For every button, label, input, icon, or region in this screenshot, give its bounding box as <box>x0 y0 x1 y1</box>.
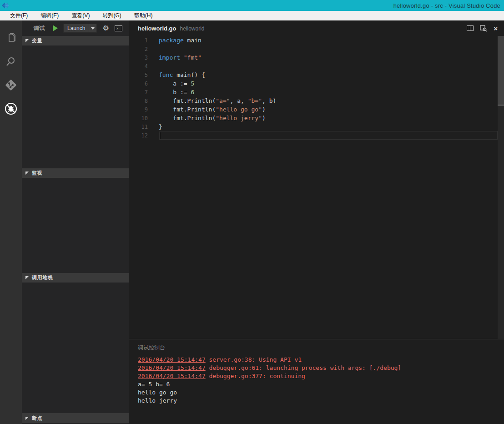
start-debugging-icon[interactable] <box>53 25 58 31</box>
line-number[interactable]: 7 <box>129 89 159 96</box>
line-number[interactable]: 6 <box>129 81 159 87</box>
menu-item-v[interactable]: 查看(V) <box>65 12 96 20</box>
preview-search-icon[interactable] <box>480 25 487 32</box>
editor-title-bar: helloworld.go helloworld × <box>129 20 504 36</box>
code-text: package main <box>159 36 498 45</box>
debug-console-panel: 调试控制台 2016/04/20 15:14:47 server.go:38: … <box>129 339 504 424</box>
line-number[interactable]: 11 <box>129 124 159 130</box>
code-line: 9 fmt.Println("hello go go") <box>129 105 504 114</box>
twistie-expanded-icon <box>25 276 29 279</box>
debug-sidebar: 调试 Launch ⚙ › 变量 监视 调用堆栈 <box>22 20 129 424</box>
code-line: 5func main() { <box>129 71 504 79</box>
line-number[interactable]: 3 <box>129 55 159 61</box>
code-text <box>159 45 498 53</box>
source-control-git-icon[interactable] <box>0 73 22 97</box>
line-number[interactable]: 2 <box>129 46 159 52</box>
line-number[interactable]: 1 <box>129 37 159 44</box>
menu-item-e[interactable]: 编辑(E) <box>34 12 65 20</box>
twistie-expanded-icon <box>25 417 29 420</box>
open-debug-console-icon[interactable]: › <box>115 25 122 31</box>
watch-pane <box>22 178 129 273</box>
code-editor[interactable]: 1package main23import "fmt"45func main()… <box>129 36 504 339</box>
menu-item-h[interactable]: 帮助(H) <box>128 12 159 20</box>
console-line: a= 5 b= 6 <box>138 380 504 389</box>
split-editor-icon[interactable] <box>467 25 474 31</box>
activity-bar <box>0 20 22 424</box>
sidebar-title: 调试 <box>34 25 45 32</box>
code-line: 11} <box>129 122 504 131</box>
debug-no-bug-icon[interactable] <box>0 97 22 121</box>
line-number[interactable]: 8 <box>129 98 159 104</box>
vscode-window: helloworld.go - src - Visual Studio Code… <box>0 0 504 424</box>
code-line: 12 <box>129 131 504 140</box>
line-number[interactable]: 12 <box>129 132 159 139</box>
log-timestamp-link[interactable]: 2016/04/20 15:14:47 <box>138 364 206 371</box>
code-text: import "fmt" <box>159 53 498 62</box>
chevron-down-icon <box>89 24 96 32</box>
code-line: 6 a := 5 <box>129 79 504 88</box>
title-bar: helloworld.go - src - Visual Studio Code <box>0 0 504 11</box>
code-text: fmt.Println("a=", a, "b=", b) <box>159 96 498 105</box>
code-line: 1package main <box>129 36 504 45</box>
code-line: 7 b := 6 <box>129 88 504 96</box>
workbench: 调试 Launch ⚙ › 变量 监视 调用堆栈 <box>0 20 504 424</box>
console-line: 2016/04/20 15:14:47 server.go:38: Using … <box>138 356 504 364</box>
line-number[interactable]: 4 <box>129 63 159 70</box>
line-number[interactable]: 10 <box>129 115 159 121</box>
code-line: 3import "fmt" <box>129 53 504 62</box>
code-text <box>159 131 498 140</box>
code-text: a := 5 <box>159 79 498 88</box>
menu-item-g[interactable]: 转到(G) <box>96 12 127 20</box>
console-line: 2016/04/20 15:14:47 debugger.go:377: con… <box>138 372 504 380</box>
log-timestamp-link[interactable]: 2016/04/20 15:14:47 <box>138 356 206 363</box>
console-line: hello go go <box>138 389 504 397</box>
vscode-logo-icon <box>1 1 10 10</box>
tab-folder: helloworld <box>180 25 205 32</box>
log-timestamp-link[interactable]: 2016/04/20 15:14:47 <box>138 373 206 379</box>
code-line: 2 <box>129 45 504 53</box>
code-line: 8 fmt.Println("a=", a, "b=", b) <box>129 96 504 105</box>
text-cursor <box>160 132 160 139</box>
editor-actions: × <box>467 25 498 32</box>
launch-config-label: Launch <box>64 25 89 31</box>
console-line: hello jerry <box>138 397 504 405</box>
code-text: fmt.Println("hello go go") <box>159 105 498 114</box>
editor-area: helloworld.go helloworld × <box>129 20 504 424</box>
code-text: b := 6 <box>159 88 498 96</box>
code-text: fmt.Println("hello jerry") <box>159 114 498 122</box>
scrollbar-thumb[interactable] <box>498 36 504 106</box>
close-icon[interactable]: × <box>494 25 498 32</box>
search-icon[interactable] <box>0 50 22 73</box>
code-line: 4 <box>129 62 504 71</box>
section-header-variables[interactable]: 变量 <box>22 36 129 45</box>
debug-toolbar: 调试 Launch ⚙ › <box>22 20 129 36</box>
debug-console-title: 调试控制台 <box>138 344 504 352</box>
code-text: func main() { <box>159 71 498 79</box>
menu-bar: 文件(F)编辑(E)查看(V)转到(G)帮助(H) <box>0 11 504 20</box>
tab-filename: helloworld.go <box>138 25 176 32</box>
twistie-expanded-icon <box>25 172 29 175</box>
configure-launch-icon[interactable]: ⚙ <box>102 25 109 32</box>
code-text: } <box>159 122 498 131</box>
section-header-breakpoints[interactable]: 断点 <box>22 413 129 423</box>
callstack-pane <box>22 283 129 413</box>
explorer-files-icon[interactable] <box>0 26 22 50</box>
code-text <box>159 62 498 71</box>
variables-pane <box>22 45 129 168</box>
line-number[interactable]: 5 <box>129 72 159 78</box>
twistie-expanded-icon <box>25 39 29 42</box>
launch-config-dropdown[interactable]: Launch <box>63 24 97 33</box>
code-line: 10 fmt.Println("hello jerry") <box>129 114 504 122</box>
section-header-watch[interactable]: 监视 <box>22 168 129 178</box>
tab-helloworld-go[interactable]: helloworld.go helloworld <box>138 25 205 32</box>
window-title: helloworld.go - src - Visual Studio Code <box>393 2 500 9</box>
line-number[interactable]: 9 <box>129 106 159 113</box>
section-header-callstack[interactable]: 调用堆栈 <box>22 273 129 283</box>
editor-scrollbar <box>498 36 504 339</box>
menu-item-f[interactable]: 文件(F) <box>4 12 34 20</box>
console-line: 2016/04/20 15:14:47 debugger.go:61: laun… <box>138 364 504 372</box>
